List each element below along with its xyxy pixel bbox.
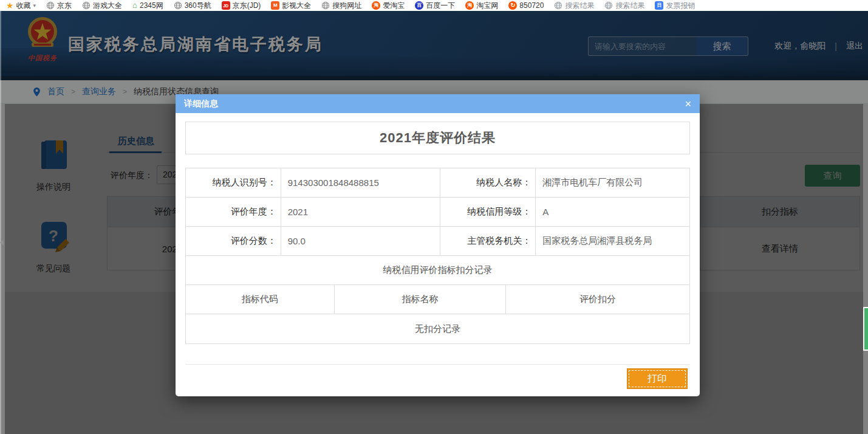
window-edge (0, 11, 1, 434)
collapse-panel-arrow-icon[interactable] (0, 239, 4, 246)
indicator-code-header: 指标代码 (186, 285, 335, 314)
bookmarks-bar: ★ 收藏 ▾ 京东 游戏大全 ⌂ 2345网 360导航 JD 京东(JD) M… (0, 0, 868, 11)
info-row: 评价分数： 90.0 主管税务机关： 国家税务总局湘潭县税务局 (186, 227, 689, 256)
jd-icon: JD (222, 1, 230, 10)
deduction-section-title: 纳税信用评价指标扣分记录 (186, 256, 689, 285)
tax-authority-value: 国家税务总局湘潭县税务局 (536, 227, 689, 255)
bookmark-item[interactable]: JD 京东(JD) (222, 1, 261, 11)
modal-title-bar: 详细信息 × (176, 94, 700, 113)
bookmark-item[interactable]: ⌂ 2345网 (132, 1, 163, 11)
bookmark-item[interactable]: 游戏大全 (82, 1, 122, 11)
globe-icon (554, 1, 562, 10)
globe-icon (321, 1, 330, 10)
bookmark-item[interactable]: 淘 爱淘宝 (372, 1, 405, 11)
side-floating-widget[interactable] (863, 307, 868, 351)
detail-modal: 详细信息 × 2021年度评价结果 纳税人识别号： 91430300184848… (176, 94, 700, 396)
taobao-icon: 淘 (465, 1, 474, 10)
taxpayer-name-label: 纳税人名称： (440, 168, 536, 197)
evaluation-result-heading: 2021年度评价结果 (185, 122, 690, 154)
modal-body: 2021年度评价结果 纳税人识别号： 914303001848488815 纳税… (176, 122, 700, 389)
taxpayer-id-label: 纳税人识别号： (186, 168, 281, 197)
house-2345-icon: ⌂ (132, 1, 137, 10)
evaluation-year-label: 评价年度： (186, 198, 281, 226)
bookmark-item[interactable]: 搜狗网址 (321, 1, 361, 11)
star-icon: ★ (6, 1, 14, 10)
fapiao-icon: 日 (655, 1, 663, 10)
refresh-icon: ↻ (508, 1, 517, 10)
info-row: 纳税人识别号： 914303001848488815 纳税人名称： 湘潭市电机车… (186, 168, 689, 198)
bookmark-item[interactable]: 搜索结果 (604, 1, 644, 11)
globe-icon (46, 1, 55, 10)
globe-icon (174, 1, 182, 10)
bookmark-item[interactable]: ↻ 850720 (508, 1, 544, 10)
evaluation-info-table: 纳税人识别号： 914303001848488815 纳税人名称： 湘潭市电机车… (185, 168, 690, 344)
evaluation-score-label: 评价分数： (186, 227, 281, 255)
taxpayer-name-value: 湘潭市电机车厂有限公司 (536, 168, 689, 197)
no-deduction-record-text: 无扣分记录 (186, 314, 689, 343)
globe-icon (82, 1, 91, 10)
bookmark-item[interactable]: 京东 (46, 1, 72, 11)
deduction-score-header: 评价扣分 (506, 285, 689, 314)
favorites-menu[interactable]: ★ 收藏 ▾ (6, 1, 36, 11)
taxpayer-id-value: 914303001848488815 (281, 168, 440, 197)
bookmark-item[interactable]: 搜索结果 (554, 1, 594, 11)
evaluation-year-value: 2021 (281, 198, 440, 226)
close-icon[interactable]: × (685, 98, 691, 109)
bookmark-item[interactable]: 淘 淘宝网 (465, 1, 498, 11)
indicator-name-header: 指标名称 (335, 285, 507, 314)
modal-footer: 打印 (185, 365, 690, 389)
credit-level-value: A (536, 198, 689, 226)
tax-authority-label: 主管税务机关： (440, 227, 536, 255)
baidu-icon: 百 (415, 1, 423, 10)
info-row: 评价年度： 2021 纳税信用等级： A (186, 198, 689, 227)
credit-level-label: 纳税信用等级： (440, 198, 536, 226)
video-icon: M (271, 1, 279, 10)
deduction-header-row: 指标代码 指标名称 评价扣分 (186, 285, 689, 314)
bookmark-item[interactable]: 日 发票报销 (655, 1, 695, 11)
globe-icon (604, 1, 613, 10)
taobao-icon: 淘 (372, 1, 380, 10)
caret-down-icon: ▾ (33, 2, 36, 9)
browser-window: ★ 收藏 ▾ 京东 游戏大全 ⌂ 2345网 360导航 JD 京东(JD) M… (0, 0, 868, 434)
bookmark-item[interactable]: M 影视大全 (271, 1, 311, 11)
modal-title: 详细信息 (184, 98, 218, 109)
favorites-label: 收藏 (16, 1, 31, 11)
evaluation-score-value: 90.0 (281, 227, 440, 255)
print-button[interactable]: 打印 (627, 368, 688, 389)
bookmark-item[interactable]: 360导航 (174, 1, 211, 11)
bookmark-item[interactable]: 百 百度一下 (415, 1, 455, 11)
